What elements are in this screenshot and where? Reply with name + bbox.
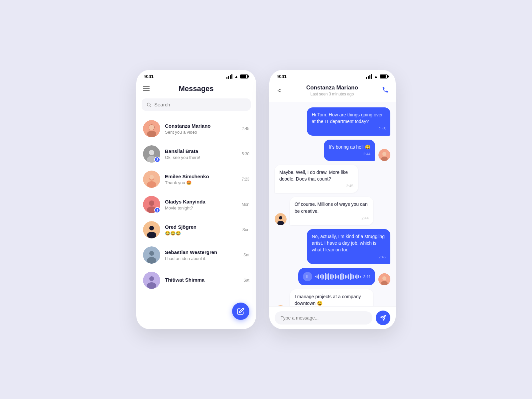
contact-time-sebastian: Sat (243, 253, 249, 257)
bubble-m4: Of course. Millions of ways you can be c… (290, 197, 373, 225)
contact-info-constanza: Constanza Mariano Sent you a video (165, 123, 237, 135)
status-bar-right: 9:41 ▲ (269, 70, 396, 80)
search-input[interactable] (154, 102, 246, 107)
play-button-m6[interactable]: ⏸ (303, 272, 312, 281)
bubble-text-m7: I manage projects at a company downtown … (295, 294, 361, 306)
contact-item-gladys[interactable]: 1 Gladys Kanyinda Movie tonight? Mon (136, 192, 256, 217)
contact-item-thitiwat[interactable]: Thitiwat Shimma Sat (136, 268, 256, 293)
status-icons-left: ▲ (226, 74, 248, 79)
send-button[interactable] (376, 311, 390, 325)
chat-contact-info: Constanza Mariano Last seen 3 minutes ag… (287, 84, 378, 96)
contact-info-emilee: Emilee Simchenko Thank you 🤩 (165, 174, 237, 185)
contact-list: Constanza Mariano Sent you a video 2:45 … (136, 116, 256, 293)
svg-point-7 (149, 150, 154, 155)
badge-gladys: 1 (154, 207, 160, 213)
wifi-icon-right: ▲ (374, 74, 378, 79)
message-row-m3: Maybe. Well, I do draw. More like doodle… (275, 165, 390, 193)
chat-input-area (269, 306, 396, 329)
contact-info-thitiwat: Thitiwat Shimma (165, 277, 239, 284)
bubble-text-m3: Maybe. Well, I do draw. More like doodle… (279, 170, 348, 182)
chat-body: Hi Tom. How are things going over at the… (269, 102, 396, 306)
battery-icon (240, 74, 248, 78)
svg-point-4 (147, 131, 156, 137)
contact-item-emilee[interactable]: Emilee Simchenko Thank you 🤩 7:23 (136, 167, 256, 192)
message-row-m7: I manage projects at a company downtown … (275, 289, 390, 306)
svg-point-11 (147, 181, 156, 188)
avatar-wrap-sebastian (143, 246, 160, 264)
chat-contact-status: Last seen 3 minutes ago (287, 92, 378, 96)
bubble-m3: Maybe. Well, I do draw. More like doodle… (275, 165, 358, 193)
avatar-wrap-emilee (143, 171, 160, 188)
contact-name-ored: Ored Sjögren (165, 224, 238, 230)
waveform-m6 (315, 273, 361, 280)
avatar-wrap-constanza (143, 120, 160, 137)
bubble-m7: I manage projects at a company downtown … (290, 289, 373, 306)
search-bar[interactable] (142, 98, 251, 111)
svg-line-1 (150, 106, 151, 107)
contact-item-ored[interactable]: Ored Sjögren 😂😂😂 Sun (136, 217, 256, 242)
contact-item-sebastian[interactable]: Sebastian Westergren I had an idea about… (136, 242, 256, 268)
bubble-m1: Hi Tom. How are things going over at the… (307, 107, 390, 136)
contact-info-sebastian: Sebastian Westergren I had an idea about… (165, 249, 239, 261)
svg-point-12 (149, 175, 154, 180)
voice-bubble-m6[interactable]: ⏸ 2:44 (298, 268, 375, 285)
messages-header: Messages (136, 80, 256, 98)
contact-info-ored: Ored Sjögren 😂😂😂 (165, 224, 238, 236)
messages-title: Messages (179, 84, 213, 93)
contact-time-ored: Sun (242, 227, 249, 232)
message-avatar-m4 (275, 213, 287, 225)
svg-point-23 (149, 276, 154, 281)
avatar-wrap-bansilal: 2 (143, 145, 160, 163)
status-time-left: 9:41 (144, 74, 154, 79)
signal-icon-right (366, 74, 372, 79)
avatar-sebastian (143, 246, 160, 264)
bubble-text-m5: No, actually, I'm kind of a struggling a… (312, 234, 385, 253)
contact-item-constanza[interactable]: Constanza Mariano Sent you a video 2:45 (136, 116, 256, 141)
contact-preview-gladys: Movie tonight? (165, 205, 237, 210)
contact-time-constanza: 2:45 (242, 126, 249, 131)
svg-point-20 (149, 251, 154, 256)
chat-header: < Constanza Mariano Last seen 3 minutes … (269, 80, 396, 102)
svg-point-26 (382, 152, 386, 156)
menu-icon[interactable] (143, 86, 150, 91)
svg-point-32 (382, 276, 386, 280)
search-icon (146, 102, 152, 107)
bubble-text-m2: It's boring as hell 😩 (329, 144, 370, 150)
contact-info-gladys: Gladys Kanyinda Movie tonight? (165, 199, 237, 210)
back-button[interactable]: < (276, 85, 283, 96)
bubble-m2: It's boring as hell 😩 2:44 (324, 140, 375, 161)
svg-point-18 (147, 232, 156, 238)
compose-button[interactable] (232, 303, 249, 320)
avatar-ored (143, 221, 160, 238)
avatar-constanza (143, 120, 160, 137)
contact-name-sebastian: Sebastian Westergren (165, 249, 239, 255)
message-row-m5: No, actually, I'm kind of a struggling a… (275, 229, 390, 264)
avatar-emilee (143, 171, 160, 188)
contact-time-thitiwat: Sat (243, 278, 249, 283)
message-row-m4: Of course. Millions of ways you can be c… (275, 197, 390, 225)
svg-point-21 (147, 257, 156, 264)
contact-name-thitiwat: Thitiwat Shimma (165, 277, 239, 283)
voice-time-m6: 2:44 (363, 275, 370, 279)
message-avatar-m6 (378, 273, 390, 285)
chat-contact-name: Constanza Mariano (287, 84, 378, 91)
bubble-m5: No, actually, I'm kind of a struggling a… (307, 229, 390, 264)
contact-name-gladys: Gladys Kanyinda (165, 199, 237, 204)
contact-preview-bansilal: Ok, see you there! (165, 155, 237, 160)
message-avatar-m2 (378, 149, 390, 161)
message-input[interactable] (275, 311, 372, 325)
message-row-m6: ⏸ 2:44 (275, 268, 390, 285)
contact-preview-constanza: Sent you a video (165, 130, 237, 135)
bubble-text-m4: Of course. Millions of ways you can be c… (295, 201, 367, 213)
avatar-wrap-gladys: 1 (143, 196, 160, 213)
call-button[interactable] (382, 86, 389, 95)
contact-name-constanza: Constanza Mariano (165, 123, 237, 129)
contact-item-bansilal[interactable]: 2 Bansilal Brata Ok, see you there! 5:30 (136, 141, 256, 167)
battery-icon-right (380, 74, 388, 78)
bubble-text-m1: Hi Tom. How are things going over at the… (312, 112, 383, 124)
message-row-m2: It's boring as hell 😩 2:44 (275, 140, 390, 161)
svg-point-5 (149, 125, 154, 130)
messages-phone: 9:41 ▲ Messages Constanza M (136, 70, 256, 329)
svg-point-14 (149, 200, 154, 206)
message-row-m1: Hi Tom. How are things going over at the… (275, 107, 390, 136)
